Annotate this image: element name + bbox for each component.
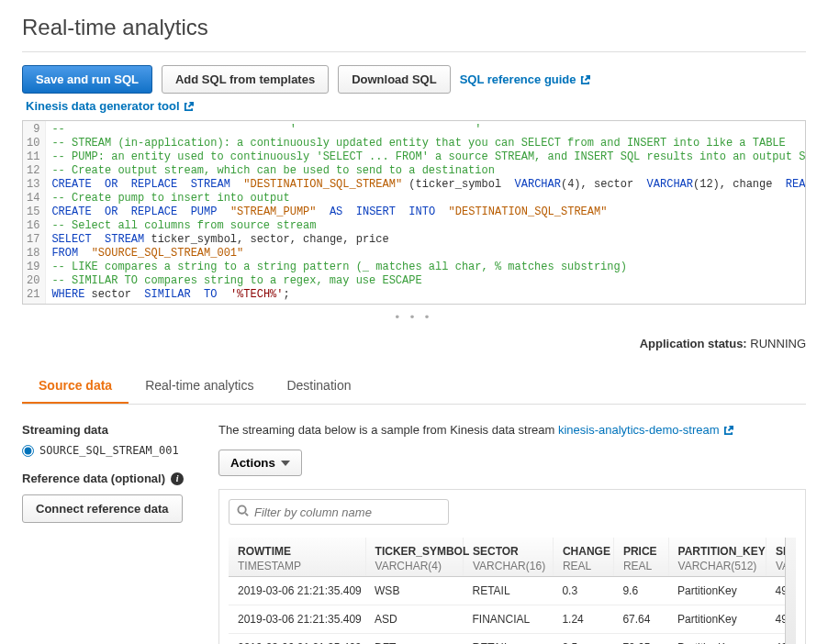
stream-radio-row[interactable]: SOURCE_SQL_STREAM_001 xyxy=(22,444,196,457)
filter-input-wrap[interactable] xyxy=(229,499,449,525)
vertical-scrollbar[interactable] xyxy=(785,538,796,644)
main-content: The streaming data below is a sample fro… xyxy=(218,423,806,644)
actions-label: Actions xyxy=(230,456,275,470)
table-row[interactable]: 2019-03-06 21:21:35.409WSBRETAIL0.39.6Pa… xyxy=(229,577,796,605)
kinesis-data-generator-link[interactable]: Kinesis data generator tool xyxy=(26,99,194,113)
kdg-label: Kinesis data generator tool xyxy=(26,99,180,113)
table-row[interactable]: 2019-03-06 21:21:35.409ASDFINANCIAL1.246… xyxy=(229,605,796,634)
save-run-sql-button[interactable]: Save and run SQL xyxy=(22,65,152,94)
demo-stream-link[interactable]: kinesis-analytics-demo-stream xyxy=(558,423,733,437)
column-header[interactable]: SECTORVARCHAR(16) xyxy=(464,538,554,577)
column-header[interactable]: CHANGEREAL xyxy=(553,538,613,577)
connect-reference-data-button[interactable]: Connect reference data xyxy=(22,494,183,523)
search-icon xyxy=(237,505,249,519)
column-header[interactable]: PRICEREAL xyxy=(613,538,668,577)
info-icon[interactable]: i xyxy=(171,472,184,485)
resize-handle[interactable]: • • • xyxy=(22,305,806,337)
tab-source-data[interactable]: Source data xyxy=(22,369,129,404)
chevron-down-icon xyxy=(281,461,290,466)
tab-destination[interactable]: Destination xyxy=(270,369,367,404)
sql-reference-link[interactable]: SQL reference guide xyxy=(460,72,590,86)
external-link-icon xyxy=(580,74,590,84)
sql-reference-label: SQL reference guide xyxy=(460,72,576,86)
svg-point-0 xyxy=(238,505,245,513)
column-header[interactable]: ROWTIMETIMESTAMP xyxy=(229,538,365,577)
divider xyxy=(22,51,806,52)
filter-input[interactable] xyxy=(254,505,441,519)
data-table: ROWTIMETIMESTAMPTICKER_SYMBOLVARCHAR(4)S… xyxy=(229,538,796,644)
external-link-icon xyxy=(184,101,194,111)
column-header[interactable]: PARTITION_KEYVARCHAR(512) xyxy=(668,538,766,577)
left-sidebar: Streaming data SOURCE_SQL_STREAM_001 Ref… xyxy=(22,423,196,523)
external-link-icon xyxy=(723,425,733,435)
tabs: Source data Real-time analytics Destinat… xyxy=(22,369,806,405)
stream-name: SOURCE_SQL_STREAM_001 xyxy=(39,444,179,457)
column-header[interactable]: TICKER_SYMBOLVARCHAR(4) xyxy=(365,538,463,577)
streaming-data-title: Streaming data xyxy=(22,423,196,437)
tab-real-time-analytics[interactable]: Real-time analytics xyxy=(129,369,270,404)
actions-dropdown[interactable]: Actions xyxy=(218,450,302,476)
streaming-description: The streaming data below is a sample fro… xyxy=(218,423,806,437)
stream-radio[interactable] xyxy=(22,445,34,457)
data-table-wrap: ROWTIMETIMESTAMPTICKER_SYMBOLVARCHAR(4)S… xyxy=(229,538,796,644)
reference-data-title: Reference data (optional) i xyxy=(22,472,196,485)
download-sql-button[interactable]: Download SQL xyxy=(338,65,450,94)
table-row[interactable]: 2019-03-06 21:21:35.409DFTRETAIL2.572.65… xyxy=(229,634,796,645)
sql-editor[interactable]: 9101112131415161718192021 -- ' '-- STREA… xyxy=(22,120,806,305)
line-gutter: 9101112131415161718192021 xyxy=(23,121,46,304)
code-area[interactable]: -- ' '-- STREAM (in-application): a cont… xyxy=(46,121,805,304)
application-status: Application status: RUNNING xyxy=(22,337,806,350)
toolbar: Save and run SQL Add SQL from templates … xyxy=(22,65,806,94)
page-title: Real-time analytics xyxy=(22,15,806,40)
add-sql-templates-button[interactable]: Add SQL from templates xyxy=(162,65,329,94)
